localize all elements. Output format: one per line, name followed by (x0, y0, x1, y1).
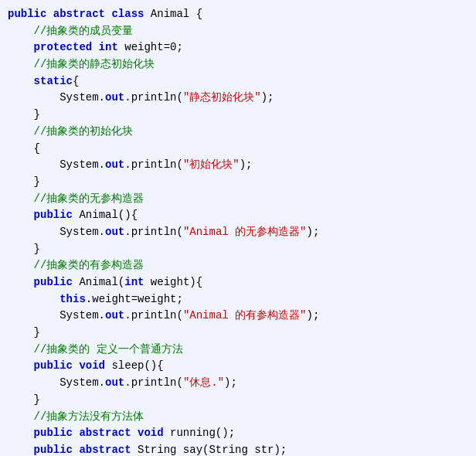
line-27: public abstract String say(String str); (8, 442, 468, 456)
line-3: //抽象类的静态初始化块 (8, 56, 468, 73)
line-15: //抽象类的有参构造器 (8, 257, 468, 274)
line-17: this.weight=weight; (8, 291, 468, 308)
line-2: protected int weight=0; (8, 39, 468, 56)
line-6: } (8, 107, 468, 124)
line-5: System.out.println("静态初始化块"); (8, 90, 468, 107)
line-14: } (8, 241, 468, 258)
line-0: public abstract class Animal { (8, 6, 468, 23)
line-25: //抽象方法没有方法体 (8, 409, 468, 426)
line-10: } (8, 174, 468, 191)
line-22: System.out.println("休息."); (8, 375, 468, 392)
code-block: public abstract class Animal { //抽象类的成员变… (0, 0, 476, 456)
line-16: public Animal(int weight){ (8, 274, 468, 291)
line-9: System.out.println("初始化块"); (8, 157, 468, 174)
line-7: //抽象类的初始化块 (8, 124, 468, 141)
line-13: System.out.println("Animal 的无参构造器"); (8, 224, 468, 241)
line-4: static{ (8, 73, 468, 90)
line-1: //抽象类的成员变量 (8, 23, 468, 40)
line-20: //抽象类的 定义一个普通方法 (8, 342, 468, 359)
line-19: } (8, 325, 468, 342)
line-12: public Animal(){ (8, 207, 468, 224)
line-8: { (8, 141, 468, 158)
line-21: public void sleep(){ (8, 358, 468, 375)
line-23: } (8, 392, 468, 409)
line-11: //抽象类的无参构造器 (8, 191, 468, 208)
line-18: System.out.println("Animal 的有参构造器"); (8, 308, 468, 325)
line-26: public abstract void running(); (8, 425, 468, 442)
